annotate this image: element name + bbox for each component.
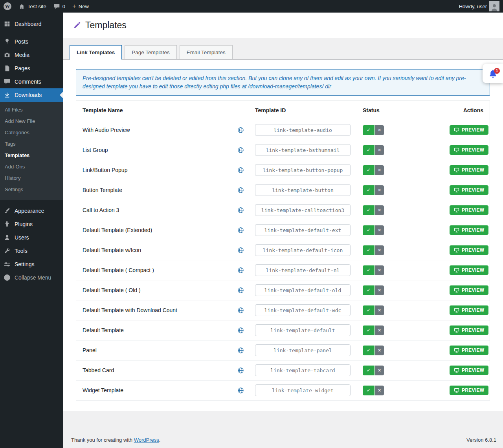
status-active-button[interactable]: ✓ <box>363 165 374 175</box>
globe-icon[interactable] <box>237 247 244 254</box>
template-id-input[interactable] <box>255 224 351 236</box>
status-inactive-button[interactable]: ✕ <box>375 205 384 215</box>
preview-button[interactable]: PREVIEW <box>450 165 488 175</box>
status-inactive-button[interactable]: ✕ <box>375 366 384 375</box>
template-id-input[interactable] <box>255 264 351 276</box>
sidebar-item-appearance[interactable]: Appearance <box>0 204 63 218</box>
status-inactive-button[interactable]: ✕ <box>375 346 384 355</box>
status-active-button[interactable]: ✓ <box>363 125 374 135</box>
preview-button[interactable]: PREVIEW <box>450 346 488 355</box>
sidebar-item-users[interactable]: Users <box>0 231 63 244</box>
submenu-item-categories[interactable]: Categories <box>0 127 63 138</box>
globe-icon[interactable] <box>237 167 244 174</box>
new-content-menu[interactable]: + New <box>69 0 92 13</box>
globe-icon[interactable] <box>237 367 244 374</box>
submenu-item-history[interactable]: History <box>0 172 63 184</box>
template-id-input[interactable] <box>255 364 351 376</box>
globe-icon[interactable] <box>237 287 244 294</box>
template-id-input[interactable] <box>255 144 351 156</box>
template-id-input[interactable] <box>255 324 351 336</box>
status-inactive-button[interactable]: ✕ <box>375 185 384 195</box>
globe-icon[interactable] <box>237 147 244 154</box>
status-inactive-button[interactable]: ✕ <box>375 265 384 275</box>
site-name-link[interactable]: Test site <box>15 0 50 13</box>
globe-icon[interactable] <box>237 327 244 334</box>
template-id-input[interactable] <box>255 124 351 136</box>
globe-icon[interactable] <box>237 187 244 194</box>
status-active-button[interactable]: ✓ <box>363 145 374 155</box>
globe-icon[interactable] <box>237 207 244 214</box>
status-active-button[interactable]: ✓ <box>363 245 374 255</box>
preview-button[interactable]: PREVIEW <box>450 185 488 195</box>
status-inactive-button[interactable]: ✕ <box>375 305 384 315</box>
submenu-item-templates[interactable]: Templates <box>0 150 63 161</box>
wordpress-logo[interactable]: W <box>0 0 15 13</box>
sidebar-item-pages[interactable]: Pages <box>0 62 63 75</box>
globe-icon[interactable] <box>237 267 244 274</box>
preview-button[interactable]: PREVIEW <box>450 285 488 295</box>
preview-button[interactable]: PREVIEW <box>450 305 488 315</box>
template-id-input[interactable] <box>255 344 351 356</box>
globe-icon[interactable] <box>237 227 244 234</box>
collapse-menu-button[interactable]: Collapse Menu <box>0 271 63 284</box>
preview-button[interactable]: PREVIEW <box>450 245 488 255</box>
globe-icon[interactable] <box>237 347 244 354</box>
howdy-account-menu[interactable]: Howdy, user <box>455 0 503 13</box>
tab-email-templates[interactable]: Email Templates <box>180 45 233 60</box>
preview-button[interactable]: PREVIEW <box>450 125 488 135</box>
status-active-button[interactable]: ✓ <box>363 265 374 275</box>
sidebar-item-media[interactable]: Media <box>0 48 63 62</box>
sidebar-item-settings[interactable]: Settings <box>0 258 63 271</box>
preview-button[interactable]: PREVIEW <box>450 225 488 235</box>
status-active-button[interactable]: ✓ <box>363 325 374 335</box>
status-inactive-button[interactable]: ✕ <box>375 165 384 175</box>
sidebar-item-comments[interactable]: Comments <box>0 75 63 88</box>
template-id-input[interactable] <box>255 204 351 216</box>
status-inactive-button[interactable]: ✕ <box>375 125 384 135</box>
comments-shortcut[interactable]: 0 <box>50 0 69 13</box>
submenu-item-add-new-file[interactable]: Add New File <box>0 115 63 127</box>
submenu-item-all-files[interactable]: All Files <box>0 104 63 115</box>
sidebar-item-tools[interactable]: Tools <box>0 244 63 258</box>
status-inactive-button[interactable]: ✕ <box>375 285 384 295</box>
sidebar-item-posts[interactable]: Posts <box>0 35 63 48</box>
globe-icon[interactable] <box>237 127 244 133</box>
preview-button[interactable]: PREVIEW <box>450 205 488 215</box>
sidebar-item-downloads[interactable]: Downloads <box>0 88 63 102</box>
status-active-button[interactable]: ✓ <box>363 386 374 395</box>
template-id-input[interactable] <box>255 164 351 176</box>
status-inactive-button[interactable]: ✕ <box>375 225 384 235</box>
tab-link-templates[interactable]: Link Templates <box>70 45 122 60</box>
preview-button[interactable]: PREVIEW <box>450 325 488 335</box>
sidebar-item-dashboard[interactable]: Dashboard <box>0 17 63 31</box>
preview-button[interactable]: PREVIEW <box>450 265 488 275</box>
template-id-input[interactable] <box>255 384 351 396</box>
status-active-button[interactable]: ✓ <box>363 366 374 375</box>
status-inactive-button[interactable]: ✕ <box>375 145 384 155</box>
globe-icon[interactable] <box>237 307 244 314</box>
status-active-button[interactable]: ✓ <box>363 185 374 195</box>
status-active-button[interactable]: ✓ <box>363 285 374 295</box>
status-active-button[interactable]: ✓ <box>363 225 374 235</box>
template-id-input[interactable] <box>255 244 351 256</box>
status-active-button[interactable]: ✓ <box>363 205 374 215</box>
status-active-button[interactable]: ✓ <box>363 346 374 355</box>
status-inactive-button[interactable]: ✕ <box>375 386 384 395</box>
tab-page-templates[interactable]: Page Templates <box>125 45 177 60</box>
preview-button[interactable]: PREVIEW <box>450 145 488 155</box>
notification-bell-widget[interactable]: 1 <box>483 64 503 83</box>
template-id-input[interactable] <box>255 184 351 196</box>
preview-button[interactable]: PREVIEW <box>450 366 488 375</box>
submenu-item-tags[interactable]: Tags <box>0 138 63 150</box>
sidebar-item-plugins[interactable]: Plugins <box>0 218 63 231</box>
submenu-item-add-ons[interactable]: Add-Ons <box>0 161 63 172</box>
status-inactive-button[interactable]: ✕ <box>375 325 384 335</box>
template-id-input[interactable] <box>255 284 351 296</box>
template-id-input[interactable] <box>255 304 351 316</box>
status-inactive-button[interactable]: ✕ <box>375 245 384 255</box>
submenu-item-settings[interactable]: Settings <box>0 184 63 195</box>
preview-button[interactable]: PREVIEW <box>450 386 488 395</box>
status-active-button[interactable]: ✓ <box>363 305 374 315</box>
wordpress-link[interactable]: WordPress <box>134 437 159 443</box>
globe-icon[interactable] <box>237 387 244 394</box>
